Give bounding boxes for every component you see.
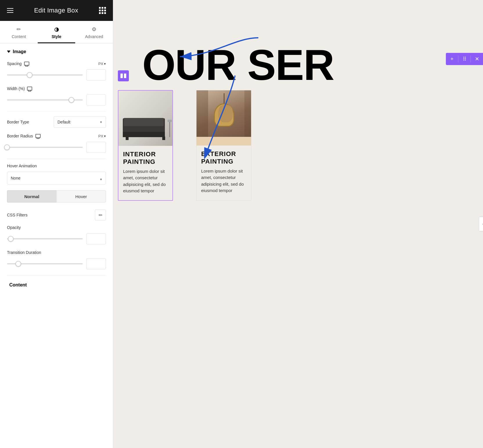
lamp-shade [167,120,172,122]
spacing-input[interactable]: 34 [86,69,106,80]
width-slider-row: 100 [0,93,113,109]
drag-icon: ⠿ [463,56,466,62]
spacing-control-row: Spacing PX ▾ [0,59,113,68]
transition-slider-row: 0.3 [0,257,113,273]
opacity-input[interactable] [86,233,106,244]
cards-area: INTERIORPAINTING Lorem ipsum dolor sit a… [118,90,483,201]
tab-advanced-label: Advanced [85,34,103,39]
width-thumb[interactable] [69,97,74,103]
exterior-card-image [197,90,251,146]
css-filters-edit-button[interactable]: ✏ [95,209,106,221]
border-radius-slider[interactable] [7,144,83,150]
opacity-slider[interactable] [7,236,83,242]
spacing-label: Spacing [7,61,29,66]
spacing-slider-row: 34 [0,68,113,84]
divider-1 [7,111,106,112]
opacity-slider-row [0,232,113,248]
content-section-label: Content [9,282,27,288]
monitor-icon-2[interactable] [27,87,32,91]
image-section-header[interactable]: Image [0,43,113,59]
divider-3 [7,275,106,275]
hover-animation-label: Hover Animation [7,164,37,168]
hover-button[interactable]: Hover [56,190,106,203]
width-slider[interactable] [7,97,83,103]
grid-icon[interactable] [99,7,106,14]
panel-title: Edit Image Box [34,7,78,14]
sofa-leg-left [126,137,129,140]
divider-2 [7,159,106,159]
border-radius-input[interactable]: 0 [86,142,106,153]
sofa-leg-right [162,137,165,140]
width-label: Width (%) [7,86,32,91]
pencil-icon: ✏ [17,26,21,33]
image-section-label: Image [13,49,26,54]
monitor-icon-3[interactable] [35,134,41,138]
plus-icon: + [450,56,454,62]
tab-advanced[interactable]: ⚙ Advanced [75,21,113,43]
opacity-thumb[interactable] [8,236,14,242]
normal-button[interactable]: Normal [7,190,56,203]
panel-collapse-button[interactable]: ‹ [479,217,483,231]
panel-content: Image Spacing PX ▾ 34 Width (%) [0,43,113,448]
spacing-thumb[interactable] [27,72,33,78]
arrow-down-icon [7,51,10,53]
transition-label-row: Transition Duration [0,248,113,257]
close-element-button[interactable]: ✕ [471,53,483,65]
transition-input[interactable]: 0.3 [86,258,106,269]
border-radius-unit[interactable]: PX ▾ [98,134,106,138]
exterior-card-text: Lorem ipsum dolor sit amet, consectetur … [197,168,251,194]
drag-element-button[interactable]: ⠿ [458,53,471,65]
sofa-back [124,118,164,126]
column-indicator[interactable] [118,70,129,81]
monitor-icon[interactable] [24,62,29,66]
interior-card-title: INTERIORPAINTING [118,146,172,168]
transition-label: Transition Duration [7,250,41,255]
chair-cushion [218,105,233,122]
lamp-pole [169,121,170,137]
border-radius-thumb[interactable] [4,144,10,150]
tab-content-label: Content [12,34,26,39]
svg-rect-1 [124,74,126,78]
exterior-card[interactable]: EXTERIORPAINTING Lorem ipsum dolor sit a… [196,90,251,201]
border-type-row: Border Type Default None Solid Dashed Do… [0,114,113,131]
sofa-base [123,132,165,137]
heading-text: OUR SER [142,44,334,87]
element-toolbar: + ⠿ ✕ [446,53,483,65]
close-icon: ✕ [475,56,479,62]
width-input[interactable]: 100 [86,94,106,105]
hover-animation-select[interactable]: None Grow Shrink Pulse Float [7,172,106,184]
hover-animation-dropdown-wrapper: None Grow Shrink Pulse Float [0,171,113,188]
add-element-button[interactable]: + [446,53,458,65]
hover-animation-label-row: Hover Animation [0,161,113,171]
tab-style-label: Style [52,34,61,39]
border-type-select[interactable]: Default None Solid Dashed Dotted [54,116,106,128]
interior-card-image [118,91,172,146]
border-type-label: Border Type [7,120,29,124]
normal-hover-toggle-row: Normal Hover [0,188,113,207]
exterior-card-title: EXTERIORPAINTING [197,146,251,168]
opacity-label-row: Opacity [0,223,113,232]
panel-header: Edit Image Box [0,0,113,21]
interior-card-text: Lorem ipsum dolor sit amet, consectetur … [118,168,172,194]
border-radius-slider-row: 0 [0,141,113,156]
transition-thumb[interactable] [15,261,21,267]
spacing-slider[interactable] [7,72,83,78]
opacity-label: Opacity [7,225,21,230]
chain [224,93,224,105]
spacing-unit[interactable]: PX ▾ [98,62,106,66]
tab-bar: ✏ Content ◑ Style ⚙ Advanced [0,21,113,43]
border-radius-row: Border Radius PX ▾ [0,131,113,141]
pencil-edit-icon: ✏ [99,212,102,218]
content-section-header[interactable]: Content [0,278,113,292]
transition-slider[interactable] [7,261,83,267]
svg-rect-0 [120,74,123,78]
half-circle-icon: ◑ [54,26,59,33]
gear-icon: ⚙ [92,26,96,33]
css-filters-row: CSS Filters ✏ [0,207,113,223]
hamburger-icon[interactable] [7,8,13,13]
border-type-dropdown-wrapper: Default None Solid Dashed Dotted [54,116,106,128]
tab-style[interactable]: ◑ Style [38,21,75,43]
interior-card[interactable]: INTERIORPAINTING Lorem ipsum dolor sit a… [118,90,173,201]
css-filters-label: CSS Filters [7,213,28,217]
tab-content[interactable]: ✏ Content [0,21,38,43]
